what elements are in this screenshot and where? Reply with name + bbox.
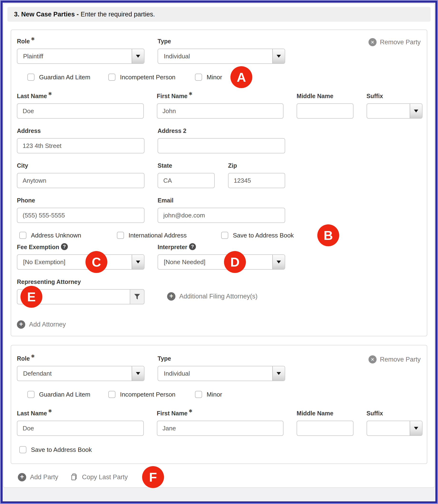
representing-attorney-label: Representing Attorney [17,278,144,285]
fee-exemption-select-arrow[interactable] [132,255,144,269]
international-address-checkbox[interactable] [117,232,124,239]
type-label: Type [158,38,285,45]
section-subtitle: Enter the required parties. [81,11,155,18]
email-input[interactable] [158,208,285,223]
suffix-select-arrow[interactable] [410,104,422,118]
attorney-filter-button[interactable] [130,289,144,304]
save-address-checkbox-row: Save to Address Book [17,445,423,454]
first-name-input[interactable] [157,421,284,436]
incompetent-person-checkbox[interactable] [108,391,115,398]
save-address-book-checkbox[interactable] [19,446,26,453]
save-address-book-checkbox-item: Save to Address Book [19,446,92,454]
first-name-label: First Name✱ [157,410,284,417]
address2-input[interactable] [158,138,285,153]
interpreter-select[interactable]: [None Needed] D [158,254,285,270]
page-frame-inner: 3. New Case Parties - Enter the required… [1,1,437,503]
chevron-down-icon [414,110,418,112]
state-input[interactable] [158,173,215,188]
type-select-arrow[interactable] [272,49,285,63]
address-input[interactable] [17,138,144,153]
fee-exemption-label: Fee Exemption ? [17,243,144,251]
incompetent-person-checkbox[interactable] [108,74,115,81]
required-asterisk: ✱ [48,90,52,97]
minor-checkbox-item: Minor [195,391,222,398]
minor-checkbox[interactable] [195,391,202,398]
type-select[interactable]: Individual [158,49,285,64]
additional-filing-attorneys-link[interactable]: + Additional Filing Attorney(s) [167,292,258,301]
guardian-ad-litem-checkbox-item: Guardian Ad Litem [27,74,90,81]
plus-circle-icon: + [167,292,175,301]
role-label: Role✱ [17,38,144,45]
guardian-ad-litem-checkbox[interactable] [27,74,34,81]
role-select-value: Defendant [17,366,132,381]
address2-label: Address 2 [158,127,285,134]
phone-input[interactable] [17,208,144,223]
minor-checkbox[interactable] [195,74,202,81]
annotation-circle-b: B [317,224,339,246]
interpreter-select-arrow[interactable] [272,255,285,269]
address-unknown-label: Address Unknown [31,232,81,239]
guardian-ad-litem-checkbox[interactable] [27,391,34,398]
role-select[interactable]: Defendant [17,366,144,381]
guardian-ad-litem-checkbox-item: Guardian Ad Litem [27,391,90,398]
suffix-select[interactable] [367,103,423,119]
last-name-input[interactable] [17,421,144,436]
suffix-select-value [367,104,410,118]
chevron-down-icon [136,261,140,263]
add-attorney-link[interactable]: + Add Attorney [17,320,66,329]
remove-circle-x-icon: ✕ [369,38,377,46]
middle-name-input[interactable] [296,103,353,119]
city-input[interactable] [17,173,144,188]
annotation-circle-d: D [224,251,246,273]
middle-name-input[interactable] [296,421,353,436]
add-party-link[interactable]: + Add Party [18,473,58,481]
role-select-arrow[interactable] [132,49,144,63]
copy-last-party-label: Copy Last Party [82,473,128,481]
suffix-label: Suffix [367,410,423,417]
last-name-label: Last Name✱ [17,410,144,417]
city-label: City [17,162,144,169]
state-label: State [158,162,215,169]
type-select[interactable]: Individual [158,366,285,381]
role-select[interactable]: Plaintiff [17,49,144,64]
middle-name-label: Middle Name [296,410,353,417]
zip-input[interactable] [228,173,285,188]
copy-last-party-link[interactable]: Copy Last Party [70,473,128,481]
last-name-input[interactable] [17,103,144,119]
save-address-book-checkbox-item: Save to Address Book [221,232,294,239]
help-icon[interactable]: ? [189,243,196,250]
role-select-arrow[interactable] [132,366,144,381]
fee-exemption-select[interactable]: [No Exemption] C [17,254,144,270]
type-label: Type [158,355,285,362]
annotation-circle-f: F [142,466,164,488]
first-name-input[interactable] [157,103,284,119]
address-unknown-checkbox[interactable] [19,232,26,239]
suffix-label: Suffix [367,92,423,100]
save-address-book-checkbox[interactable] [221,232,228,239]
minor-checkbox-item: Minor [195,74,222,81]
type-select-value: Individual [158,366,272,381]
additional-filing-attorneys-label: Additional Filing Attorney(s) [179,293,258,300]
new-case-parties-card: 3. New Case Parties - Enter the required… [3,3,435,488]
remove-party-label: Remove Party [380,39,421,46]
type-select-arrow[interactable] [272,366,285,381]
chevron-down-icon [277,55,281,58]
help-icon[interactable]: ? [61,243,68,250]
remove-party-button[interactable]: ✕ Remove Party [369,355,421,363]
interpreter-select-value: [None Needed] [158,255,272,269]
chevron-down-icon [136,372,140,375]
first-name-label: First Name✱ [157,92,284,100]
interpreter-label: Interpreter ? [158,243,285,251]
page-frame: 3. New Case Parties - Enter the required… [0,0,438,504]
save-address-book-label: Save to Address Book [233,232,294,239]
email-label: Email [158,197,285,204]
party-panel-plaintiff: ✕ Remove Party Role✱ Plaintiff Type Indi… [11,30,427,336]
plus-circle-icon: + [17,320,25,329]
suffix-select[interactable] [367,421,423,436]
remove-party-button[interactable]: ✕ Remove Party [369,38,421,46]
save-address-book-label: Save to Address Book [31,446,92,454]
suffix-select-arrow[interactable] [410,421,422,435]
remove-circle-x-icon: ✕ [369,355,377,363]
remove-party-label: Remove Party [380,356,421,363]
incompetent-person-checkbox-item: Incompetent Person [108,74,175,81]
